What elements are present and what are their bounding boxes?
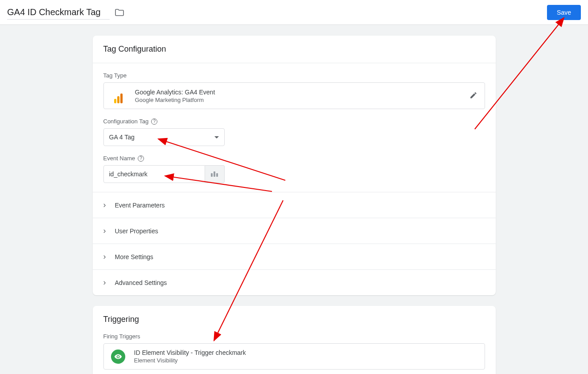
firing-triggers-label: Firing Triggers: [103, 333, 485, 340]
firing-trigger-row[interactable]: ID Element Visibility - Trigger checkmar…: [103, 343, 485, 370]
trigger-name: ID Element Visibility - Trigger checkmar…: [134, 349, 246, 356]
user-properties-section[interactable]: › User Properties: [93, 218, 496, 244]
tag-type-label: Tag Type: [103, 72, 485, 79]
advanced-settings-section[interactable]: › Advanced Settings: [93, 270, 496, 295]
variable-icon: [210, 171, 218, 177]
visibility-trigger-icon: [111, 350, 125, 364]
triggering-card: Triggering Firing Triggers ID Element Vi…: [93, 306, 496, 374]
chevron-right-icon: ›: [103, 252, 106, 261]
chevron-right-icon: ›: [103, 278, 106, 287]
svg-rect-1: [214, 171, 215, 177]
chevron-right-icon: ›: [103, 200, 106, 210]
event-name-input[interactable]: [103, 165, 205, 183]
chevron-down-icon: [214, 136, 219, 138]
tag-configuration-card: Tag Configuration Tag Type Google Analyt…: [93, 36, 496, 295]
triggering-title: Triggering: [93, 306, 496, 333]
configuration-tag-value: GA 4 Tag: [109, 134, 135, 141]
more-settings-section[interactable]: › More Settings: [93, 244, 496, 270]
configuration-tag-label: Configuration Tag ?: [103, 118, 485, 125]
event-parameters-section[interactable]: › Event Parameters: [93, 192, 496, 218]
google-analytics-icon: [111, 88, 126, 103]
page-header: Save: [0, 0, 588, 25]
tag-type-vendor: Google Marketing Platform: [135, 97, 461, 103]
help-icon[interactable]: ?: [138, 155, 144, 162]
folder-icon[interactable]: [115, 7, 124, 17]
trigger-type: Element Visibility: [134, 357, 246, 364]
tag-type-selector[interactable]: Google Analytics: GA4 Event Google Marke…: [103, 82, 485, 109]
configuration-tag-select[interactable]: GA 4 Tag: [103, 128, 225, 146]
chevron-right-icon: ›: [103, 226, 106, 236]
save-button[interactable]: Save: [547, 5, 581, 20]
tag-name-input[interactable]: [7, 6, 110, 19]
svg-rect-0: [211, 173, 213, 177]
tag-configuration-title: Tag Configuration: [93, 36, 496, 63]
svg-rect-2: [216, 173, 218, 177]
event-name-label: Event Name ?: [103, 155, 485, 162]
variable-picker-button[interactable]: [205, 165, 225, 183]
help-icon[interactable]: ?: [151, 118, 157, 125]
tag-type-name: Google Analytics: GA4 Event: [135, 89, 461, 96]
edit-tag-type-icon[interactable]: [469, 91, 477, 101]
